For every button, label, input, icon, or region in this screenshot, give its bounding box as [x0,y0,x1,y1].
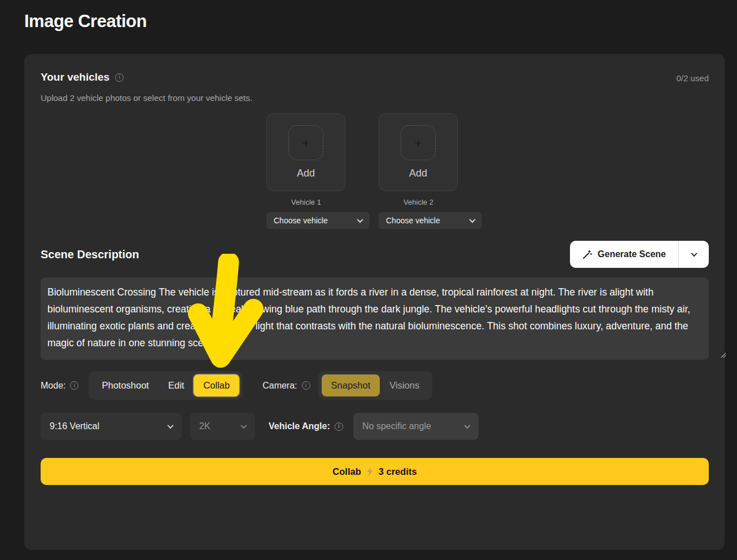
vehicle-slot-2: Add Vehicle 2 Choose vehicle [379,113,482,229]
vehicle-2-label: Vehicle 2 [403,198,433,206]
generate-scene-split-button: Generate Scene [570,241,709,268]
camera-label: Camera: [262,381,297,391]
mode-segmented-control: Photoshoot Edit Collab [89,371,243,400]
camera-option-visions[interactable]: Visions [380,374,429,396]
generate-scene-button[interactable]: Generate Scene [570,241,678,268]
wand-sparkles-icon [582,250,592,259]
submit-mode-label: Collab [332,466,361,477]
add-vehicle-2-tile[interactable]: Add [379,113,458,191]
upload-dropzone [401,125,436,160]
vehicles-subtitle: Upload 2 vehicle photos or select from y… [41,93,252,103]
vehicle-angle-select[interactable]: No specific angle [353,413,479,440]
vehicle-angle-label: Vehicle Angle: [269,421,330,431]
generate-scene-dropdown-toggle[interactable] [679,241,709,268]
mode-info-icon[interactable] [70,381,78,390]
add-label: Add [297,167,315,179]
upload-dropzone [288,125,323,160]
vehicles-header: Your vehicles [41,71,124,83]
resize-grip-icon[interactable] [720,351,726,358]
vehicle-slot-1: Add Vehicle 1 Choose vehicle [266,113,370,229]
chevron-down-icon [464,422,470,429]
mode-camera-row: Mode: Photoshoot Edit Collab Camera: Sna… [41,371,432,400]
choose-vehicle-1-select[interactable]: Choose vehicle [266,212,370,229]
generate-scene-label: Generate Scene [598,249,666,259]
vehicle-angle-value: No specific angle [362,421,431,431]
options-row: 9:16 Vertical 2K Vehicle Angle: No speci… [41,413,709,440]
mode-option-collab[interactable]: Collab [194,374,239,396]
vehicles-title: Your vehicles [41,71,109,83]
chevron-down-icon [469,217,475,223]
choose-vehicle-2-value: Choose vehicle [386,216,440,225]
chevron-down-icon [691,250,697,257]
chevron-down-icon [167,422,173,429]
camera-info-icon[interactable] [302,381,310,390]
aspect-ratio-select[interactable]: 9:16 Vertical [41,413,182,440]
plus-icon [302,137,309,149]
image-creation-card: Your vehicles 0/2 used Upload 2 vehicle … [24,54,725,550]
plus-icon [415,137,422,149]
scene-description-textarea[interactable]: Bioluminescent Crossing The vehicle is c… [41,277,709,360]
vehicle-slots: Add Vehicle 1 Choose vehicle Add Vehicle… [266,113,482,229]
lightning-bolt-icon [366,467,374,476]
mode-option-photoshoot[interactable]: Photoshoot [92,374,158,396]
resolution-value: 2K [199,421,210,431]
add-label: Add [409,167,427,179]
vehicle-angle-info-icon[interactable] [335,422,343,431]
submit-credits-label: 3 credits [379,466,417,477]
choose-vehicle-1-value: Choose vehicle [274,216,328,225]
mode-label-group: Mode: [41,381,78,391]
vehicles-info-icon[interactable] [115,73,124,82]
mode-label: Mode: [41,381,65,391]
add-vehicle-1-tile[interactable]: Add [266,113,345,191]
resolution-select[interactable]: 2K [190,413,255,440]
mode-option-edit[interactable]: Edit [159,374,194,396]
choose-vehicle-2-select[interactable]: Choose vehicle [379,212,482,229]
page-title: Image Creation [24,11,147,32]
scene-description-title: Scene Description [41,248,139,261]
vehicle-angle-label-group: Vehicle Angle: [269,413,343,440]
vehicles-usage-counter: 0/2 used [676,73,709,83]
chevron-down-icon [357,217,363,223]
submit-collab-button[interactable]: Collab 3 credits [41,458,709,485]
camera-segmented-control: Snapshot Visions [318,371,433,400]
camera-option-snapshot[interactable]: Snapshot [322,374,380,396]
camera-label-group: Camera: [262,381,310,391]
vehicle-1-label: Vehicle 1 [291,198,321,206]
aspect-ratio-value: 9:16 Vertical [50,421,99,431]
chevron-down-icon [240,422,247,429]
